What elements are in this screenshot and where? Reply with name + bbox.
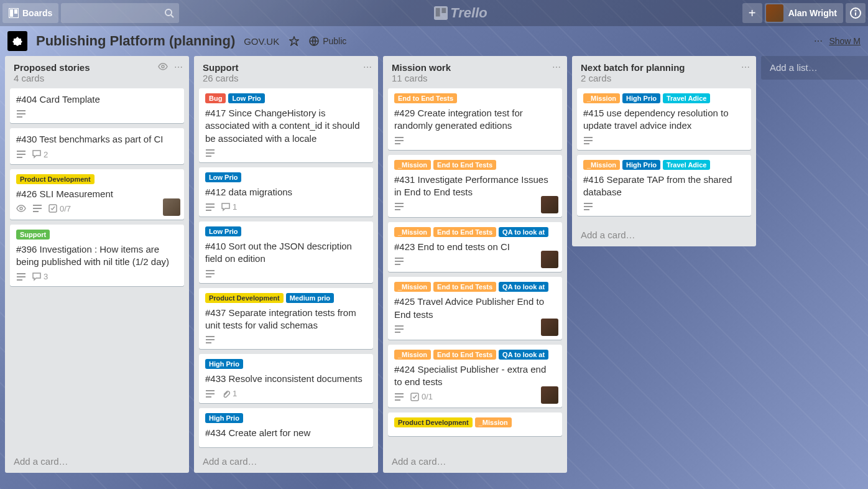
list-title[interactable]: Proposed stories (14, 62, 90, 73)
list-count: 2 cards (581, 73, 685, 83)
svg-rect-1 (10, 9, 13, 17)
card-title: #415 use dependency resolution to update… (583, 107, 745, 133)
card[interactable]: BugLow Prio#417 Since ChangeHistory is a… (199, 88, 373, 162)
card-title: #429 Create integration test for randoml… (394, 107, 556, 133)
card[interactable]: _MissionEnd to End TestsQA to look at#42… (388, 277, 562, 340)
card-badges (205, 335, 367, 344)
card[interactable]: Support#396 Investigation : How items ar… (10, 225, 184, 287)
card-labels: _MissionHigh PrioTravel Adice (583, 160, 745, 170)
svg-rect-6 (436, 8, 440, 17)
card-title: #412 data migrations (205, 186, 367, 198)
board-title[interactable]: Publishing Platform (planning) (36, 33, 235, 49)
card-label: Support (16, 230, 50, 240)
card-badges: 3 (16, 272, 178, 281)
list-title[interactable]: Mission work (392, 62, 451, 73)
board-org[interactable]: GOV.UK (244, 36, 279, 47)
checklist-badge: 0/1 (410, 392, 433, 401)
card[interactable]: Product DevelopmentMedium prio#437 Separ… (199, 288, 373, 350)
card[interactable]: _MissionHigh PrioTravel Adice#415 use de… (577, 88, 751, 150)
add-list-button[interactable]: Add a list… (761, 56, 868, 80)
card-title: #417 Since ChangeHistory is associated w… (205, 107, 367, 145)
user-menu[interactable]: Alan Wright (765, 3, 843, 23)
card-label: Travel Adice (663, 93, 710, 103)
add-card-button[interactable]: Add a card… (194, 450, 378, 473)
member-avatar[interactable] (163, 198, 180, 216)
card-labels: High Prio (205, 359, 367, 369)
card-labels: Low Prio (205, 226, 367, 236)
card-labels: High Prio (205, 413, 367, 423)
add-card-button[interactable]: Add a card… (572, 223, 756, 246)
card[interactable]: Low Prio#412 data migrations1 (199, 167, 373, 217)
card-label: End to End Tests (433, 350, 496, 360)
member-avatar[interactable] (541, 386, 558, 404)
card[interactable]: _MissionEnd to End TestsQA to look at#42… (388, 345, 562, 408)
search-input[interactable] (61, 3, 179, 23)
member-avatar[interactable] (541, 196, 558, 213)
add-button[interactable]: + (742, 3, 762, 23)
list-header: Next batch for planning 2 cards ⋯ (572, 56, 756, 86)
card-title: #434 Create alert for new (205, 427, 367, 439)
card-label: _Mission (583, 160, 620, 170)
list-count: 4 cards (14, 73, 90, 83)
boards-button[interactable]: Boards (2, 3, 58, 23)
card[interactable]: _MissionEnd to End TestsQA to look at#42… (388, 222, 562, 272)
list-menu-icon[interactable]: ⋯ (741, 62, 750, 72)
add-card-button[interactable]: Add a card… (383, 450, 567, 473)
watch-badge (16, 205, 26, 212)
card[interactable]: _MissionEnd to End Tests#431 Investigate… (388, 155, 562, 218)
card[interactable]: End to End Tests#429 Create integration … (388, 88, 562, 150)
show-menu-button[interactable]: Show M (829, 36, 861, 46)
card-label: _Mission (394, 350, 431, 360)
list-cards: BugLow Prio#417 Since ChangeHistory is a… (194, 86, 378, 450)
attachment-badge: 1 (221, 389, 237, 398)
card[interactable]: High Prio#434 Create alert for new (199, 408, 373, 447)
list-header: Proposed stories 4 cards ⋯ (5, 56, 189, 86)
card[interactable]: Low Prio#410 Sort out the JSON descripti… (199, 221, 373, 283)
description-badge (16, 109, 26, 118)
board-header: Publishing Platform (planning) GOV.UK Pu… (0, 26, 868, 56)
globe-icon (309, 36, 319, 46)
card-label: Low Prio (228, 93, 264, 103)
list-cards: End to End Tests#429 Create integration … (383, 86, 567, 450)
list-title[interactable]: Support (203, 62, 239, 73)
visibility-button[interactable]: Public (309, 36, 346, 46)
card[interactable]: Product Development#426 SLI Measurement0… (10, 169, 184, 220)
card-title: #424 Specialist Publisher - extra end to… (394, 363, 556, 389)
board-icon (9, 8, 19, 18)
card-badges (394, 257, 556, 266)
menu-dots-icon[interactable]: ⋯ (814, 36, 823, 46)
svg-rect-7 (442, 8, 446, 13)
card-label: End to End Tests (394, 93, 457, 103)
description-badge (394, 325, 404, 333)
list: Proposed stories 4 cards ⋯ #404 Card Tem… (5, 56, 189, 473)
card[interactable]: #404 Card Template (10, 88, 184, 123)
info-icon (850, 7, 861, 19)
description-badge (32, 204, 42, 213)
card[interactable]: Product Development_Mission (388, 412, 562, 436)
list-menu-icon[interactable]: ⋯ (363, 62, 372, 72)
card-badges (583, 136, 745, 145)
watch-icon (158, 63, 168, 72)
card-label: Medium prio (286, 293, 334, 303)
card-title: #433 Resolve inconsistent documents (205, 373, 367, 385)
info-button[interactable] (846, 3, 866, 23)
card-badges: 1 (205, 202, 367, 212)
list-header: Mission work 11 cards ⋯ (383, 56, 567, 86)
list: Support 26 cards ⋯ BugLow Prio#417 Since… (194, 56, 378, 473)
card[interactable]: High Prio#433 Resolve inconsistent docum… (199, 354, 373, 403)
card-labels: _MissionEnd to End TestsQA to look at (394, 350, 556, 360)
card-label: Product Development (394, 417, 473, 427)
add-card-button[interactable]: Add a card… (5, 450, 189, 473)
card-badges (205, 149, 367, 157)
member-avatar[interactable] (541, 251, 558, 268)
board-org-icon (7, 31, 27, 51)
trello-logo[interactable]: Trello (434, 5, 487, 21)
list-title[interactable]: Next batch for planning (581, 62, 685, 73)
list-menu-icon[interactable]: ⋯ (552, 62, 561, 72)
card-label: End to End Tests (433, 160, 496, 170)
member-avatar[interactable] (541, 319, 558, 336)
star-button[interactable] (288, 35, 300, 47)
list-menu-icon[interactable]: ⋯ (174, 62, 183, 72)
card[interactable]: #430 Test benchmarks as part of CI2 (10, 128, 184, 164)
card[interactable]: _MissionHigh PrioTravel Adice#416 Separa… (577, 155, 751, 217)
